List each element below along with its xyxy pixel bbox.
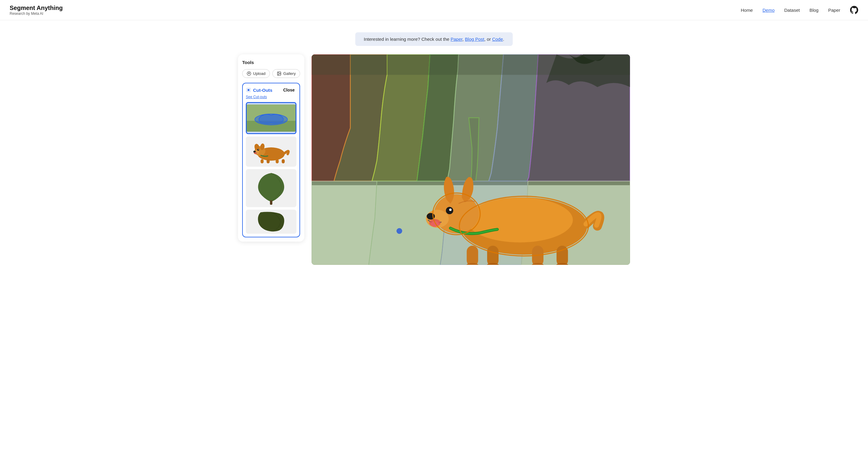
svg-rect-19: [267, 159, 270, 163]
main-content: Interested in learning more? Check out t…: [0, 20, 868, 277]
info-banner: Interested in learning more? Check out t…: [355, 32, 513, 46]
gallery-button[interactable]: Gallery: [272, 69, 300, 78]
cutouts-icon: [246, 87, 251, 93]
cutout-item-4[interactable]: [246, 209, 297, 234]
cutout-thumbnail-1: [247, 103, 296, 133]
main-image[interactable]: [312, 54, 630, 265]
tools-panel: Tools Upload Gallery: [238, 54, 304, 242]
nav-dataset[interactable]: Dataset: [784, 7, 800, 13]
main-nav: Home Demo Dataset Blog Paper: [741, 6, 858, 14]
cutout-thumbnail-4: [251, 211, 291, 232]
svg-rect-22: [270, 200, 272, 205]
banner-link-code[interactable]: Code: [492, 36, 503, 42]
cutout-thumbnail-2: [251, 140, 291, 164]
cutout-item-3[interactable]: [246, 169, 297, 207]
nav-demo[interactable]: Demo: [763, 7, 775, 13]
upload-button[interactable]: Upload: [242, 69, 270, 78]
svg-point-46: [397, 228, 402, 234]
gallery-label: Gallery: [283, 71, 296, 76]
svg-point-15: [254, 152, 257, 154]
nav-home[interactable]: Home: [741, 7, 753, 13]
banner-link-blog[interactable]: Blog Post: [465, 36, 484, 42]
svg-rect-37: [487, 246, 499, 265]
nav-blog[interactable]: Blog: [809, 7, 818, 13]
upload-label: Upload: [253, 71, 266, 76]
svg-point-35: [449, 208, 452, 211]
banner-link-paper[interactable]: Paper: [451, 36, 462, 42]
svg-point-16: [257, 149, 259, 151]
svg-rect-21: [282, 159, 285, 163]
nav-paper[interactable]: Paper: [828, 7, 840, 13]
svg-point-3: [278, 73, 279, 73]
cutout-item-1[interactable]: [246, 102, 297, 134]
svg-rect-36: [467, 246, 478, 265]
banner-text-prefix: Interested in learning more? Check out t…: [364, 36, 451, 42]
see-cutouts-link[interactable]: See Cut-outs: [246, 95, 297, 99]
upload-icon: [247, 71, 251, 76]
segmentation-scene[interactable]: [312, 54, 630, 265]
logo: Segment Anything Research by Meta AI: [10, 4, 63, 16]
svg-rect-18: [260, 159, 264, 163]
cutout-thumbnail-3: [256, 172, 286, 205]
tools-label: Tools: [242, 60, 300, 65]
app-title: Segment Anything: [10, 4, 63, 11]
cutout-item-2[interactable]: [246, 137, 297, 167]
gallery-icon: [277, 71, 281, 76]
github-icon[interactable]: [850, 6, 858, 14]
svg-point-17: [258, 149, 259, 150]
tools-buttons: Upload Gallery: [242, 69, 300, 78]
cutouts-title: Cut-Outs: [246, 87, 272, 93]
cutouts-close-button[interactable]: Close: [281, 87, 297, 93]
image-wrapper: [312, 54, 630, 265]
header: Segment Anything Research by Meta AI Hom…: [0, 0, 868, 20]
app-subtitle: Research by Meta AI: [10, 11, 63, 16]
demo-area: Tools Upload Gallery: [238, 54, 630, 265]
cutouts-header: Cut-Outs Close: [246, 87, 297, 93]
svg-rect-20: [276, 159, 279, 163]
svg-point-28: [467, 198, 573, 243]
cutouts-panel: Cut-Outs Close See Cut-outs: [242, 83, 300, 237]
